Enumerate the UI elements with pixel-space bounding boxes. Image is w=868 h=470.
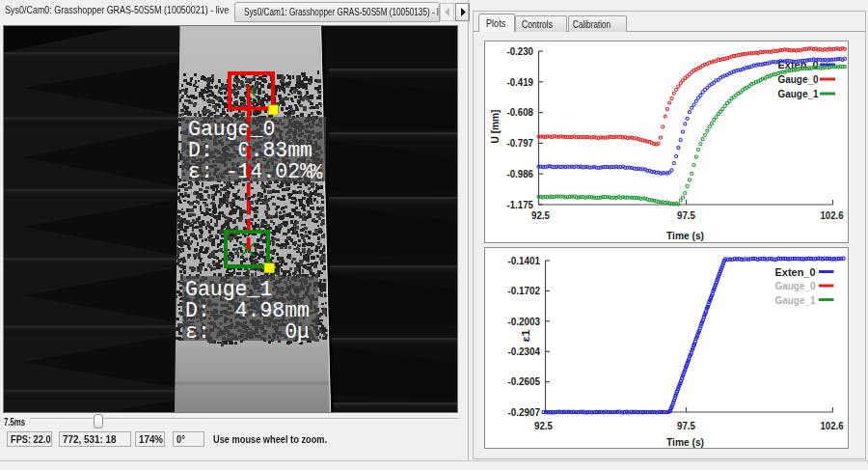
svg-text:Gauge_1: Gauge_1 (777, 88, 819, 99)
svg-text:92.5: 92.5 (534, 420, 554, 431)
svg-text:ε1: ε1 (519, 329, 530, 343)
svg-text:-0.2605: -0.2605 (507, 375, 540, 387)
svg-text:Gauge_0: Gauge_0 (777, 73, 818, 85)
svg-text:U [mm]: U [mm] (488, 109, 500, 143)
svg-text:92.5: 92.5 (531, 209, 551, 221)
svg-text:-0.797: -0.797 (506, 137, 533, 149)
svg-text:-0.419: -0.419 (506, 76, 533, 88)
svg-text:-0.986: -0.986 (506, 168, 533, 180)
svg-text:97.5: 97.5 (677, 209, 696, 221)
svg-text:-1.175: -1.175 (506, 199, 533, 210)
svg-text:-0.2003: -0.2003 (507, 316, 540, 327)
svg-text:Gauge_0: Gauge_0 (774, 280, 815, 291)
svg-text:-0.608: -0.608 (506, 106, 533, 118)
svg-text:Time (s): Time (s) (666, 436, 704, 448)
svg-text:102.6: 102.6 (820, 420, 843, 431)
svg-text:Exten_0: Exten_0 (774, 266, 815, 278)
svg-text:-0.2304: -0.2304 (507, 346, 540, 357)
svg-text:Gauge_1: Gauge_1 (774, 294, 816, 306)
svg-text:Time (s): Time (s) (666, 230, 704, 241)
svg-text:-0.230: -0.230 (506, 45, 533, 57)
svg-text:-0.1702: -0.1702 (507, 285, 540, 296)
svg-text:97.5: 97.5 (677, 420, 696, 431)
svg-text:-0.1401: -0.1401 (507, 255, 540, 266)
svg-text:-0.2907: -0.2907 (507, 406, 540, 418)
svg-text:102.6: 102.6 (820, 209, 843, 221)
